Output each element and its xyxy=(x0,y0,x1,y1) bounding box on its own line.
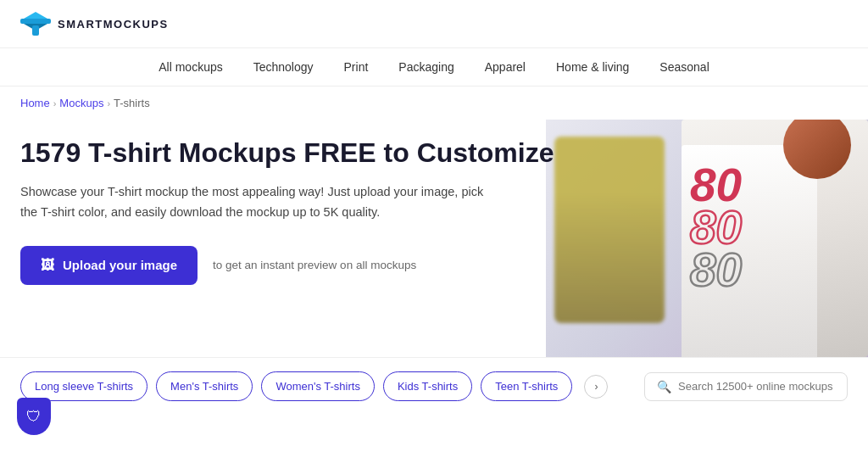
upload-button-label: Upload your image xyxy=(63,258,177,272)
breadcrumb-current: T-shirts xyxy=(114,97,150,109)
hero-images: 80 80 80 xyxy=(546,120,868,357)
breadcrumb-sep-2: › xyxy=(107,98,110,109)
svg-marker-1 xyxy=(24,12,47,19)
logo[interactable]: SMARTMOCKUPS xyxy=(20,12,169,36)
nav-all-mockups[interactable]: All mockups xyxy=(159,60,222,74)
svg-rect-0 xyxy=(20,19,51,24)
upload-button[interactable]: 🖼 Upload your image xyxy=(20,246,198,285)
filter-next-arrow[interactable]: › xyxy=(584,375,608,399)
nav-technology[interactable]: Technology xyxy=(253,60,314,74)
search-input[interactable] xyxy=(678,380,835,393)
nav-seasonal[interactable]: Seasonal xyxy=(659,60,709,74)
shield-icon: 🛡 xyxy=(26,408,42,416)
hero-content: 1579 T-shirt Mockups FREE to Customize S… xyxy=(20,137,588,285)
nav-packaging[interactable]: Packaging xyxy=(398,60,453,74)
brand-name: SMARTMOCKUPS xyxy=(58,18,169,31)
hero-section: 1579 T-shirt Mockups FREE to Customize S… xyxy=(0,120,868,357)
search-icon: 🔍 xyxy=(657,380,671,393)
model-right: 80 80 80 xyxy=(682,120,868,357)
breadcrumb-mockups[interactable]: Mockups xyxy=(59,97,103,109)
filter-kids[interactable]: Kids T-shirts xyxy=(383,371,472,401)
filter-mens[interactable]: Men's T-shirts xyxy=(156,371,253,401)
header: SMARTMOCKUPS xyxy=(0,0,868,48)
upload-icon: 🖼 xyxy=(41,258,54,273)
upload-hint: to get an instant preview on all mockups xyxy=(213,259,416,271)
logo-icon xyxy=(20,12,51,36)
hero-description: Showcase your T-shirt mockup the most ap… xyxy=(20,182,495,221)
nav-print[interactable]: Print xyxy=(344,60,369,74)
shield-badge[interactable]: 🛡 xyxy=(17,398,51,415)
breadcrumb-home[interactable]: Home xyxy=(20,97,50,109)
search-box: 🔍 xyxy=(644,372,848,401)
breadcrumb-sep-1: › xyxy=(53,98,57,109)
nav-home-living[interactable]: Home & living xyxy=(556,60,629,74)
svg-rect-3 xyxy=(32,25,39,36)
hero-cta: 🖼 Upload your image to get an instant pr… xyxy=(20,246,588,285)
filter-tabs: Long sleeve T-shirts Men's T-shirts Wome… xyxy=(20,371,631,401)
filter-bar: Long sleeve T-shirts Men's T-shirts Wome… xyxy=(0,357,868,415)
hero-title: 1579 T-shirt Mockups FREE to Customize xyxy=(20,137,588,169)
filter-teen[interactable]: Teen T-shirts xyxy=(481,371,572,401)
hero-background: 80 80 80 xyxy=(546,120,868,357)
filter-womens[interactable]: Women's T-shirts xyxy=(261,371,375,401)
main-nav: All mockups Technology Print Packaging A… xyxy=(0,48,868,86)
nav-apparel[interactable]: Apparel xyxy=(485,60,526,74)
filter-long-sleeve[interactable]: Long sleeve T-shirts xyxy=(20,371,147,401)
breadcrumb: Home › Mockups › T-shirts xyxy=(0,86,868,120)
